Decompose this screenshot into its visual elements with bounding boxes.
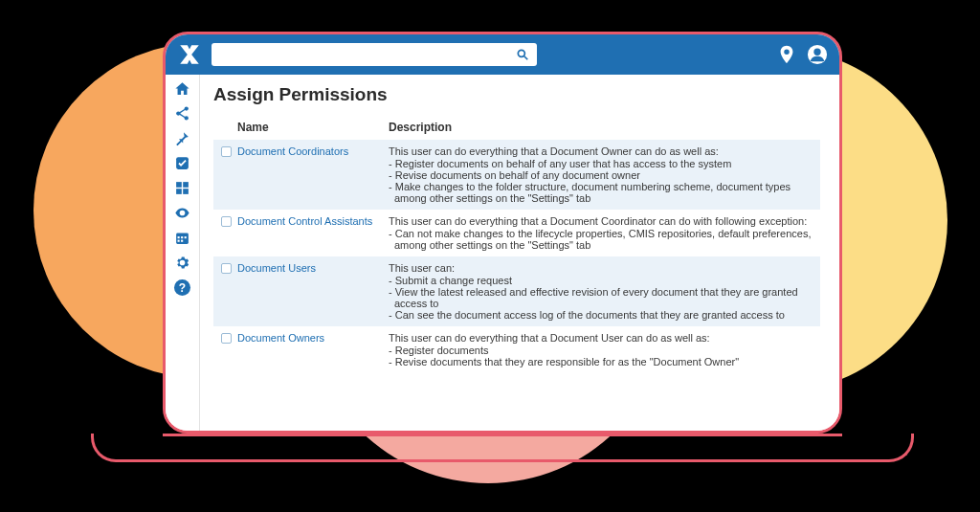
description-line: - Register documents on behalf of any us… (389, 158, 813, 169)
description-line: - View the latest released and effective… (389, 286, 813, 309)
role-name-cell: Document Coordinators (221, 145, 389, 204)
user-account-icon[interactable] (807, 44, 828, 65)
svg-line-1 (524, 56, 528, 60)
laptop-frame: ? Assign Permissions Name Description Do… (163, 32, 842, 434)
role-description-cell: This user can:- Submit a change request-… (389, 262, 813, 321)
col-header-description: Description (389, 121, 813, 134)
role-description-cell: This user can do everything that a Docum… (389, 332, 813, 367)
svg-rect-13 (183, 189, 189, 194)
search-box[interactable] (212, 43, 537, 66)
help-icon[interactable]: ? (174, 279, 190, 296)
description-line: - Can not make changes to the lifecycle … (389, 228, 813, 251)
check-square-icon[interactable] (174, 155, 190, 171)
table-row: Document UsersThis user can:- Submit a c… (213, 256, 820, 326)
table-header-row: Name Description (213, 115, 820, 140)
search-input[interactable] (219, 48, 516, 61)
sidebar: ? (166, 75, 200, 431)
role-description-cell: This user can do everything that a Docum… (389, 215, 813, 251)
role-link[interactable]: Document Users (237, 262, 316, 274)
laptop-hinge-line (163, 434, 842, 436)
share-icon[interactable] (174, 105, 190, 122)
role-checkbox[interactable] (221, 146, 232, 157)
role-name-cell: Document Control Assistants (221, 215, 389, 251)
svg-rect-14 (176, 234, 189, 244)
svg-rect-17 (185, 236, 187, 238)
description-line: - Register documents (389, 345, 813, 356)
description-lead: This user can: (389, 262, 813, 274)
svg-rect-12 (176, 189, 182, 194)
description-line: - Make changes to the folder structure, … (389, 181, 813, 204)
description-lead: This user can do everything that a Docum… (389, 215, 813, 227)
role-link[interactable]: Document Coordinators (237, 145, 348, 157)
description-lead: This user can do everything that a Docum… (389, 332, 813, 344)
search-icon[interactable] (516, 48, 529, 61)
svg-rect-16 (181, 236, 183, 238)
description-line: - Revise documents on behalf of any docu… (389, 169, 813, 181)
svg-line-8 (180, 114, 186, 118)
calendar-icon[interactable] (174, 230, 190, 246)
svg-rect-15 (178, 236, 180, 238)
role-link[interactable]: Document Owners (237, 332, 324, 344)
table-row: Document CoordinatorsThis user can do ev… (213, 140, 820, 210)
permissions-table: Name Description Document CoordinatorsTh… (213, 115, 820, 373)
role-checkbox[interactable] (221, 333, 232, 344)
role-checkbox[interactable] (221, 216, 232, 227)
settings-gear-icon[interactable] (174, 255, 190, 271)
table-row: Document Control AssistantsThis user can… (213, 210, 820, 256)
role-link[interactable]: Document Control Assistants (237, 215, 372, 227)
eye-icon[interactable] (174, 205, 190, 221)
svg-rect-10 (176, 182, 182, 188)
main-content: Assign Permissions Name Description Docu… (200, 75, 839, 431)
role-name-cell: Document Owners (221, 332, 389, 367)
home-icon[interactable] (174, 80, 190, 97)
description-line: - Revise documents that they are respons… (389, 356, 813, 367)
page-title: Assign Permissions (213, 84, 820, 105)
dashboard-icon[interactable] (174, 180, 190, 196)
laptop-base (91, 434, 914, 462)
table-row: Document OwnersThis user can do everythi… (213, 326, 820, 373)
description-line: - Can see the document access log of the… (389, 309, 813, 321)
svg-point-0 (518, 50, 524, 56)
svg-point-3 (813, 49, 820, 56)
app-logo-icon (177, 42, 202, 67)
description-lead: This user can do everything that a Docum… (389, 145, 813, 157)
role-name-cell: Document Users (221, 262, 389, 321)
col-header-name: Name (221, 121, 389, 134)
pin-icon[interactable] (174, 130, 190, 146)
svg-rect-18 (178, 240, 180, 242)
svg-rect-11 (183, 182, 189, 188)
location-pin-icon[interactable] (776, 44, 797, 65)
top-bar (166, 34, 839, 75)
role-description-cell: This user can do everything that a Docum… (389, 145, 813, 204)
svg-rect-19 (181, 240, 183, 242)
role-checkbox[interactable] (221, 263, 232, 274)
description-line: - Submit a change request (389, 275, 813, 286)
svg-line-7 (180, 109, 186, 113)
